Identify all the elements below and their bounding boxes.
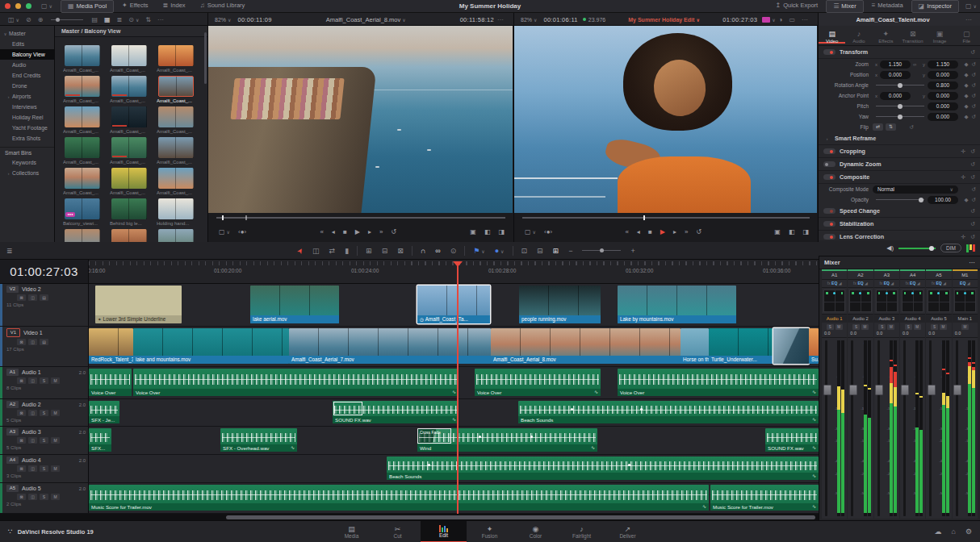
audio-clip[interactable]: SFX - Je... bbox=[89, 401, 119, 423]
solo-button[interactable]: S bbox=[827, 324, 834, 330]
reset-icon[interactable]: ↺ bbox=[972, 186, 976, 193]
track-header-a3[interactable]: A3Audio 32.0⊠◫SM5 Clips bbox=[0, 427, 89, 455]
inspector-tab-image[interactable]: ▣Image bbox=[926, 28, 953, 44]
cloud-icon[interactable]: ☁ bbox=[934, 527, 941, 536]
audio-clip[interactable]: SFX - Overhead.wav∿ bbox=[220, 428, 297, 452]
reset-icon[interactable]: ↺ bbox=[972, 197, 976, 203]
video-clip[interactable]: ✦Lower 3rd Simple Underline bbox=[95, 286, 182, 323]
go-first-frame-icon[interactable]: « bbox=[621, 228, 632, 236]
auto-select-icon[interactable]: ◫ bbox=[28, 294, 37, 301]
audio-clip[interactable]: Music Score for Trailer.mov∿ bbox=[710, 485, 819, 511]
sidebar-item-audio[interactable]: Audio bbox=[0, 60, 54, 70]
source-viewer-image[interactable] bbox=[208, 26, 513, 213]
dropdown-field[interactable]: Normal∨ bbox=[873, 186, 958, 194]
snapping-icon[interactable]: ∩ bbox=[416, 247, 430, 255]
track-lane-a2[interactable]: SFX - Je...SOUND FX.wav∿Beach Sounds∿ bbox=[89, 399, 819, 427]
timeline-zoom-custom-icon[interactable]: ⊞ bbox=[548, 247, 564, 255]
channel-fader[interactable]: 0-5-10-15-20-30-40-50 bbox=[848, 337, 873, 519]
razor-tool-icon[interactable]: ▮ bbox=[340, 247, 354, 255]
track-header-a4[interactable]: A4Audio 42.0⊠◫SM3 Clips bbox=[0, 455, 89, 483]
loop-icon[interactable]: ↺ bbox=[692, 228, 706, 236]
audio-clip[interactable]: Voice Over bbox=[89, 369, 132, 396]
video-clip[interactable]: people running.mov bbox=[519, 286, 601, 323]
pan-control[interactable] bbox=[849, 290, 871, 312]
audio-clip[interactable]: Beach Sounds∿ bbox=[518, 401, 819, 423]
audio-clip[interactable]: SOUND FX.wav∿ bbox=[765, 428, 819, 452]
value-field[interactable]: 0.000 bbox=[928, 113, 958, 121]
go-last-frame-icon[interactable]: » bbox=[681, 228, 692, 236]
solo-button[interactable]: S bbox=[40, 437, 48, 444]
timeline-horizontal-scrollbar[interactable] bbox=[226, 515, 815, 519]
keyframe-dot[interactable] bbox=[479, 436, 481, 438]
solo-button[interactable]: S bbox=[40, 410, 48, 416]
video-clip[interactable]: Amalfi_Coast_Aerial_7.mov bbox=[289, 328, 491, 364]
stop-icon[interactable]: ■ bbox=[339, 228, 351, 236]
video-clip[interactable]: lake aerial.mov bbox=[250, 286, 339, 323]
timeline-view-options-icon[interactable]: ≣ bbox=[2, 247, 18, 255]
solo-button[interactable]: S bbox=[878, 324, 886, 330]
row-slider[interactable] bbox=[876, 106, 924, 106]
channel-fader[interactable]: 0-5-10-15-20-30-40-50 bbox=[874, 337, 899, 519]
reset-icon[interactable]: ↺ bbox=[972, 72, 976, 78]
media-clip-thumbnail[interactable] bbox=[158, 198, 194, 219]
page-tab-cut[interactable]: ✂Cut bbox=[375, 521, 421, 542]
pointer-tool-icon[interactable]: ➤ bbox=[292, 242, 307, 260]
window-layout-icon[interactable]: ▢∨ bbox=[962, 2, 980, 10]
track-destination-v1[interactable]: V1 bbox=[6, 328, 20, 337]
page-tab-edit[interactable]: Edit bbox=[421, 521, 467, 542]
media-clip-thumbnail[interactable] bbox=[111, 168, 147, 189]
auto-select-icon[interactable]: ◫ bbox=[28, 377, 37, 384]
page-tab-color[interactable]: ◉Color bbox=[513, 521, 559, 542]
video-clip[interactable]: ◷Amalfi_Coast_Ta... bbox=[417, 286, 490, 323]
keyframe-icon[interactable]: ◆ bbox=[965, 82, 969, 89]
mute-button[interactable]: M bbox=[51, 410, 60, 416]
goto-out-icon[interactable]: ◨ bbox=[798, 228, 813, 236]
audio-clip[interactable]: Music Score for Trailer.mov∿ bbox=[89, 485, 709, 511]
value-field[interactable]: 0.800 bbox=[928, 81, 958, 90]
mute-button[interactable]: M bbox=[940, 324, 947, 330]
slider-handle[interactable] bbox=[898, 104, 903, 109]
audio-clip[interactable]: Wind∿Cross Fade bbox=[417, 428, 597, 452]
media-clip-thumbnail[interactable] bbox=[111, 137, 147, 158]
overwrite-clip-icon[interactable]: ⊟ bbox=[377, 247, 393, 255]
section-toggle[interactable] bbox=[823, 148, 836, 154]
keyframe-icon[interactable]: ◆ bbox=[965, 114, 969, 120]
keyframe-dot[interactable] bbox=[640, 408, 643, 411]
inspector-section-stabilization[interactable]: Stabilization↺ bbox=[819, 218, 980, 231]
go-first-frame-icon[interactable]: « bbox=[316, 228, 327, 236]
value-field[interactable]: 0.000 bbox=[928, 102, 958, 110]
playhead[interactable] bbox=[457, 261, 459, 514]
fader-handle[interactable] bbox=[875, 385, 883, 395]
pan-control[interactable] bbox=[928, 290, 949, 312]
media-clip-thumbnail[interactable] bbox=[158, 168, 194, 189]
media-clip-thumbnail[interactable] bbox=[158, 137, 194, 158]
position-lock-icon[interactable]: ⊙ bbox=[446, 247, 462, 255]
mark-in-out-icon[interactable]: ‹●› bbox=[234, 228, 250, 236]
usage-filter-icon[interactable]: ⊘ bbox=[23, 16, 35, 23]
goto-in-icon[interactable]: ◧ bbox=[480, 228, 495, 236]
track-header-a2[interactable]: A2Audio 22.0⊠◫SM5 Clips bbox=[0, 399, 89, 427]
reset-icon[interactable]: ↺ bbox=[970, 49, 975, 56]
auto-select-icon[interactable]: ◫ bbox=[28, 339, 37, 345]
timeline-viewer-playhead[interactable] bbox=[643, 215, 645, 220]
media-pool-scrollbar[interactable] bbox=[204, 32, 207, 84]
track-lock-icon[interactable]: ⊠ bbox=[17, 494, 26, 500]
sidebar-item-keywords[interactable]: Keywords bbox=[0, 157, 54, 168]
media-clip-thumbnail[interactable] bbox=[111, 45, 147, 66]
list-view-icon[interactable]: ≣ bbox=[114, 16, 126, 23]
reset-icon[interactable]: ↺ bbox=[972, 93, 976, 99]
sidebar-item-yacht-footage[interactable]: Yacht Footage bbox=[0, 123, 54, 133]
window-zoom-button[interactable] bbox=[26, 3, 31, 9]
gang-menu-icon[interactable]: ▢∨ bbox=[521, 228, 540, 236]
source-playhead[interactable] bbox=[222, 215, 224, 220]
media-clip-thumbnail[interactable] bbox=[111, 198, 147, 219]
mute-button[interactable]: M bbox=[51, 494, 60, 500]
add-keyframe-icon[interactable]: ✛ bbox=[961, 234, 965, 240]
track-lane-a4[interactable]: Beach Sounds∿ bbox=[89, 455, 819, 483]
sidebar-item-airports[interactable]: ›Airports bbox=[0, 91, 54, 102]
sidebar-item-drone[interactable]: Drone bbox=[0, 81, 54, 91]
solo-button[interactable]: S bbox=[905, 324, 912, 330]
gang-menu-icon[interactable]: ▢∨ bbox=[215, 228, 234, 236]
keyframe-dot[interactable] bbox=[428, 464, 430, 466]
track-destination-v2[interactable]: V2 bbox=[6, 286, 19, 293]
